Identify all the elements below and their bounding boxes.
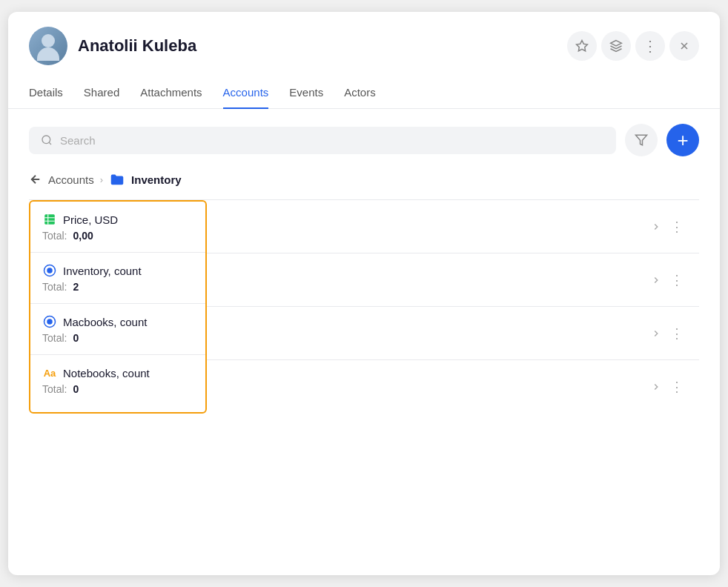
person-name: Anatolii Kuleba (78, 36, 196, 56)
breadcrumb-separator: › (100, 174, 103, 185)
items-list: Price, USD Total: 0,00 (29, 199, 699, 414)
inventory-total-label: Total: (42, 281, 67, 293)
tabs-bar: Details Shared Attachments Accounts Even… (8, 77, 720, 109)
back-arrow-icon (29, 173, 42, 186)
tab-events[interactable]: Events (289, 77, 323, 109)
item-price-usd-right: ⋮ (207, 200, 699, 253)
macbooks-name: Macbooks, count (63, 316, 147, 328)
back-button[interactable] (29, 173, 42, 186)
svg-rect-8 (44, 214, 55, 225)
svg-marker-0 (577, 41, 588, 51)
macbooks-total-label: Total: (42, 332, 67, 344)
inventory-name: Inventory, count (63, 265, 142, 277)
price-usd-more-button[interactable]: ⋮ (666, 216, 687, 237)
inventory-expand-button[interactable] (646, 270, 666, 291)
selected-section: Price, USD Total: 0,00 (29, 200, 207, 414)
search-box (29, 127, 616, 154)
price-usd-icon (42, 212, 57, 227)
more-dots-vertical-icon-2: ⋮ (670, 272, 684, 288)
item-price-usd-title-row: Price, USD (42, 212, 193, 227)
item-macbooks-title-row: Macbooks, count (42, 314, 193, 329)
notebooks-expand-button[interactable] (646, 377, 666, 397)
svg-point-13 (47, 268, 52, 273)
macbooks-expand-button[interactable] (646, 323, 666, 344)
tab-shared[interactable]: Shared (84, 77, 119, 109)
breadcrumb-current: Inventory (131, 173, 182, 186)
avatar (29, 27, 67, 65)
search-icon (41, 134, 53, 146)
svg-marker-6 (636, 135, 647, 145)
folder-icon (109, 171, 125, 188)
macbooks-more-button[interactable]: ⋮ (666, 323, 687, 344)
close-icon (678, 40, 690, 52)
avatar-figure (29, 27, 67, 65)
notebooks-more-button[interactable]: ⋮ (666, 377, 687, 397)
price-usd-expand-button[interactable] (646, 216, 666, 237)
item-macbooks-right: ⋮ (207, 307, 699, 360)
tab-details[interactable]: Details (29, 77, 63, 109)
price-usd-name: Price, USD (63, 213, 118, 226)
tab-actors[interactable]: Actors (344, 77, 376, 109)
notebooks-total-value: 0 (73, 383, 79, 395)
close-button[interactable] (669, 31, 699, 61)
content-area: Price, USD Total: 0,00 (8, 199, 720, 431)
price-usd-total-label: Total: (42, 230, 67, 242)
add-button[interactable]: + (666, 124, 699, 156)
price-usd-total-row: Total: 0,00 (42, 230, 193, 242)
layers-icon (609, 39, 623, 53)
header-actions: ⋮ (567, 31, 699, 61)
avatar-image (29, 27, 67, 65)
svg-point-15 (47, 319, 52, 324)
tab-accounts[interactable]: Accounts (223, 77, 269, 109)
star-icon (575, 39, 589, 53)
notebooks-total-label: Total: (42, 383, 67, 395)
breadcrumb-parent[interactable]: Accounts (48, 173, 94, 186)
more-dots-vertical-icon-3: ⋮ (670, 325, 684, 342)
more-button[interactable]: ⋮ (635, 31, 665, 61)
notebooks-name: Notebooks, count (63, 367, 150, 379)
breadcrumb: Accounts › Inventory (8, 165, 720, 199)
plus-icon: + (677, 130, 688, 150)
table-icon (43, 213, 56, 226)
svg-marker-1 (611, 41, 622, 47)
layers-button[interactable] (601, 31, 631, 61)
star-button[interactable] (567, 31, 597, 61)
item-inventory-left: Inventory, count Total: 2 (30, 253, 205, 304)
inventory-total-row: Total: 2 (42, 281, 193, 293)
item-price-usd-left: Price, USD Total: 0,00 (30, 202, 205, 253)
filter-button[interactable] (625, 124, 658, 156)
notebooks-icon: Aa (42, 365, 57, 380)
macbooks-icon (42, 314, 57, 329)
inventory-total-value: 2 (73, 281, 79, 293)
search-input[interactable] (60, 134, 604, 147)
price-usd-total-value: 0,00 (73, 230, 93, 242)
svg-point-4 (42, 136, 50, 144)
filter-icon (635, 133, 648, 147)
svg-line-5 (49, 142, 51, 145)
notebooks-total-row: Total: 0 (42, 383, 193, 395)
macbooks-total-value: 0 (73, 332, 79, 344)
inventory-icon (42, 263, 57, 278)
header-left: Anatolii Kuleba (29, 27, 196, 65)
more-dots-icon: ⋮ (643, 39, 658, 53)
item-inventory-title-row: Inventory, count (42, 263, 193, 278)
header: Anatolii Kuleba ⋮ (8, 12, 720, 77)
items-right-column: ⋮ ⋮ (207, 200, 699, 414)
item-inventory-right: ⋮ (207, 253, 699, 307)
item-macbooks-left: Macbooks, count Total: 0 (30, 304, 205, 355)
search-area: + (8, 109, 720, 165)
more-dots-vertical-icon-4: ⋮ (670, 379, 684, 395)
item-notebooks-left: Aa Notebooks, count Total: 0 (30, 355, 205, 405)
more-dots-vertical-icon: ⋮ (670, 219, 684, 235)
inventory-more-button[interactable]: ⋮ (666, 270, 687, 291)
macbooks-total-row: Total: 0 (42, 332, 193, 344)
item-notebooks-title-row: Aa Notebooks, count (42, 365, 193, 380)
tab-attachments[interactable]: Attachments (140, 77, 202, 109)
item-notebooks-right: ⋮ (207, 360, 699, 414)
